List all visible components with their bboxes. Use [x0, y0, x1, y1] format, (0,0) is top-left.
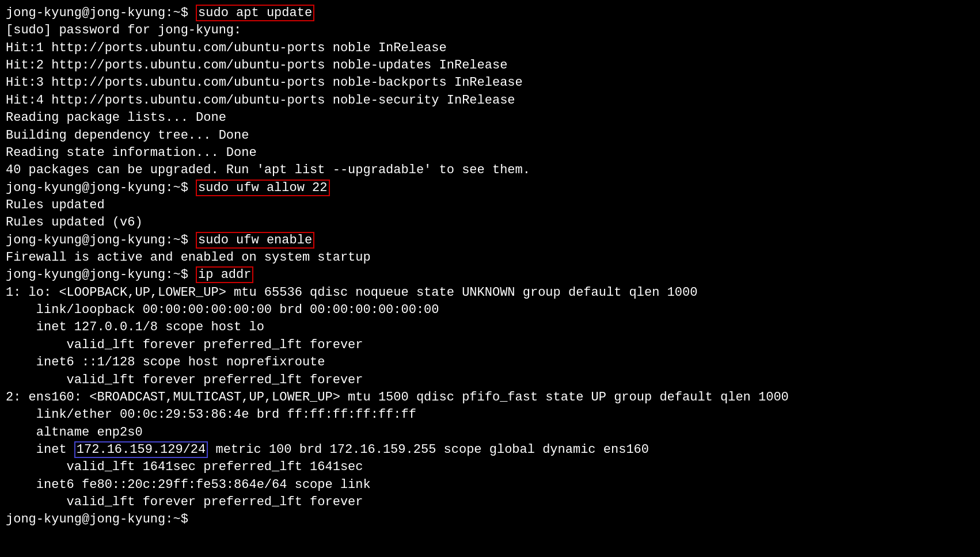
terminal-line: Reading state information... Done — [6, 144, 974, 162]
prompt: jong-kyung@jong-kyung:~$ — [6, 6, 196, 20]
inet-prefix: inet — [6, 442, 74, 457]
terminal-line: Building dependency tree... Done — [6, 127, 974, 144]
terminal-line: inet 172.16.159.129/24 metric 100 brd 17… — [6, 441, 974, 459]
terminal-line: inet6 fe80::20c:29ff:fe53:864e/64 scope … — [6, 476, 974, 494]
terminal-line: jong-kyung@jong-kyung:~$ ip addr — [6, 266, 974, 284]
terminal-line: valid_lft forever preferred_lft forever — [6, 337, 974, 354]
terminal-line: Hit:1 http://ports.ubuntu.com/ubuntu-por… — [6, 40, 974, 57]
terminal-line: 40 packages can be upgraded. Run 'apt li… — [6, 162, 974, 179]
terminal-line: link/ether 00:0c:29:53:86:4e brd ff:ff:f… — [6, 406, 974, 424]
command-highlight: sudo ufw allow 22 — [196, 180, 329, 196]
terminal-line: jong-kyung@jong-kyung:~$ sudo ufw enable — [6, 232, 974, 249]
terminal-line: Reading package lists... Done — [6, 109, 974, 127]
inet-suffix: metric 100 brd 172.16.159.255 scope glob… — [208, 442, 649, 457]
terminal-line: Rules updated — [6, 197, 974, 214]
terminal-line: Rules updated (v6) — [6, 214, 974, 231]
prompt: jong-kyung@jong-kyung:~$ — [6, 181, 196, 195]
terminal-line: [sudo] password for jong-kyung: — [6, 22, 974, 39]
terminal-line: 1: lo: <LOOPBACK,UP,LOWER_UP> mtu 65536 … — [6, 284, 974, 302]
terminal-line: Hit:4 http://ports.ubuntu.com/ubuntu-por… — [6, 92, 974, 109]
terminal-line: inet 127.0.0.1/8 scope host lo — [6, 319, 974, 336]
prompt: jong-kyung@jong-kyung:~$ — [6, 233, 196, 247]
terminal-line: jong-kyung@jong-kyung:~$ sudo apt update — [6, 5, 974, 22]
terminal-line: jong-kyung@jong-kyung:~$ — [6, 511, 974, 528]
terminal-line: Hit:3 http://ports.ubuntu.com/ubuntu-por… — [6, 74, 974, 91]
command-highlight: sudo apt update — [196, 5, 314, 21]
ip-address-highlight: 172.16.159.129/24 — [74, 441, 208, 458]
terminal-line: jong-kyung@jong-kyung:~$ sudo ufw allow … — [6, 180, 974, 197]
command-highlight: ip addr — [196, 266, 253, 283]
terminal-line: Hit:2 http://ports.ubuntu.com/ubuntu-por… — [6, 57, 974, 74]
terminal-output: jong-kyung@jong-kyung:~$ sudo apt update… — [6, 5, 974, 529]
terminal-line: altname enp2s0 — [6, 424, 974, 441]
terminal-line: valid_lft 1641sec preferred_lft 1641sec — [6, 459, 974, 476]
terminal-line: valid_lft forever preferred_lft forever — [6, 372, 974, 389]
prompt: jong-kyung@jong-kyung:~$ — [6, 512, 196, 527]
terminal-line: 2: ens160: <BROADCAST,MULTICAST,UP,LOWER… — [6, 389, 974, 406]
terminal-line: Firewall is active and enabled on system… — [6, 249, 974, 266]
terminal-line: valid_lft forever preferred_lft forever — [6, 494, 974, 511]
command-highlight: sudo ufw enable — [196, 232, 314, 249]
terminal-line: link/loopback 00:00:00:00:00:00 brd 00:0… — [6, 302, 974, 319]
prompt: jong-kyung@jong-kyung:~$ — [6, 268, 196, 282]
terminal-line: inet6 ::1/128 scope host noprefixroute — [6, 354, 974, 371]
